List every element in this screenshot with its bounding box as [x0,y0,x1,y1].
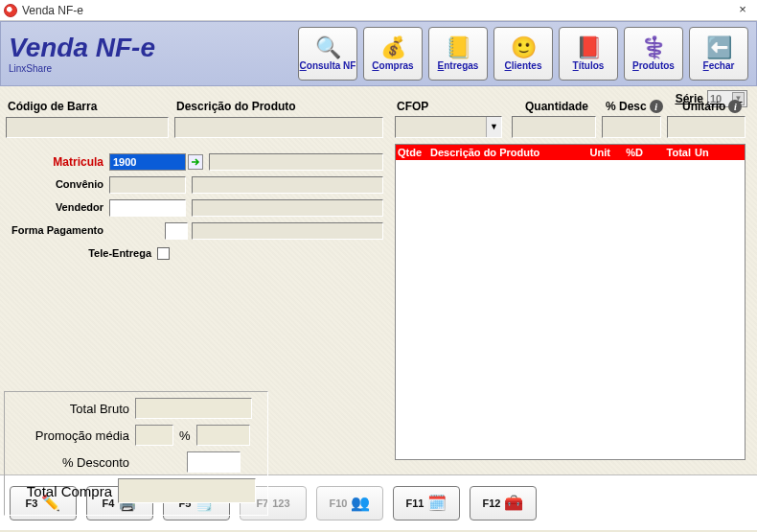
toolbar-compras[interactable]: 💰 Compras [363,27,423,81]
numbers-icon: 123 [272,497,289,509]
pct-desconto-input[interactable] [187,451,241,473]
notebook-icon: 📒 [446,37,471,58]
smiley-icon: 🙂 [511,37,537,58]
app-icon [4,4,17,17]
label-pct-desc: % Desc [606,100,647,113]
pct-desc-input[interactable] [602,116,661,138]
items-grid[interactable]: Qtde Descrição do Produto Unit %D Total … [395,144,746,460]
fn-f12[interactable]: F12 🧰 [470,486,537,520]
fn-f11[interactable]: F11 🗓️ [393,486,460,520]
promo-media-pct [135,425,173,446]
info-icon[interactable]: i [728,100,742,113]
caduceus-icon: ⚕️ [641,37,667,58]
label-quantidade: Quantidade [525,100,588,113]
convenio-input[interactable] [109,176,186,194]
fn-label: F11 [406,497,424,509]
cfop-select[interactable]: ▼ [395,116,502,138]
titlebar: Venda NF-e × [0,0,757,21]
fn-label: F10 [330,497,348,509]
page-title: Venda NF-e [9,35,292,61]
total-compra-value [118,478,256,503]
barcode-input[interactable] [6,117,169,138]
chevron-down-icon: ▼ [486,117,501,137]
col-desc: Descrição do Produto [428,147,572,158]
money-icon: 💰 [380,37,406,58]
toolbar-consulta-nf[interactable]: 🔍 Consulta NF [298,27,357,81]
calendar-icon: 🗓️ [427,494,447,512]
label-barcode: Código de Barra [8,100,97,113]
label-prod-desc: Descrição do Produto [176,100,296,113]
col-qtde: Qtde [396,147,428,158]
label-vendedor: Vendedor [8,201,103,213]
magnifier-icon: 🔍 [315,37,341,58]
label-total-bruto: Total Bruto [12,402,129,416]
vendedor-input[interactable] [109,199,186,217]
label-cfop: CFOP [397,100,428,113]
fn-f10[interactable]: F10 👥 [316,486,383,520]
window-title: Venda NF-e [22,4,83,17]
book-icon: 📕 [576,37,602,58]
toolbar-fechar[interactable]: ⬅️ Fechar [689,27,748,81]
label-tele-entrega: Tele-Entrega [8,247,151,259]
back-arrow-icon: ⬅️ [706,37,732,58]
totals-panel: Total Bruto Promoção média % % Desconto … [4,391,268,516]
matricula-desc [209,153,383,171]
label-pct-desconto: % Desconto [12,455,129,470]
total-bruto-value [135,398,252,419]
matricula-go-button[interactable] [188,154,203,170]
info-icon[interactable]: i [650,100,663,113]
col-pctd: %D [612,147,645,158]
label-promo-media: Promoção média [12,428,129,443]
label-forma-pagamento: Forma Pagamento [8,224,103,236]
toolbar-produtos[interactable]: ⚕️ Produtos [624,27,683,81]
page-subtitle: LinxShare [9,63,292,74]
toolbar-clientes[interactable]: 🙂 Clientes [493,27,553,81]
convenio-desc [192,176,383,194]
promo-media-value [196,425,250,446]
label-convenio: Convênio [8,178,103,190]
label-unitario: Unitário [682,100,725,113]
tele-entrega-checkbox[interactable] [157,247,170,260]
form-area: Série 10 ▼ Código de Barra Descrição do … [0,86,757,474]
header: Venda NF-e LinxShare 🔍 Consulta NF 💰 Com… [0,21,757,86]
col-unit: Unit [572,147,612,158]
label-total-compra: Total Compra [12,483,112,499]
col-un: Un [693,147,720,158]
col-total: Total [645,147,693,158]
toolbar-entregas[interactable]: 📒 Entregas [428,27,488,81]
prod-desc-input[interactable] [174,117,383,138]
toolbar-titulos[interactable]: 📕 Títulos [559,27,618,81]
matricula-input[interactable] [109,153,186,171]
forma-pagamento-input[interactable] [165,222,188,240]
label-matricula: Matricula [8,155,103,169]
unitario-input[interactable] [667,116,746,138]
quantidade-input[interactable] [512,116,596,138]
pct-symbol: % [179,428,191,443]
fn-label: F12 [483,497,501,509]
people-icon: 👥 [351,494,370,512]
grid-header: Qtde Descrição do Produto Unit %D Total … [396,145,745,160]
forma-pagamento-desc [192,222,383,240]
arrow-right-icon [191,157,200,167]
title-block: Venda NF-e LinxShare [9,35,292,74]
window-close-button[interactable]: × [732,3,753,18]
vendedor-desc [192,199,383,217]
toolbox-icon: 🧰 [504,494,523,512]
